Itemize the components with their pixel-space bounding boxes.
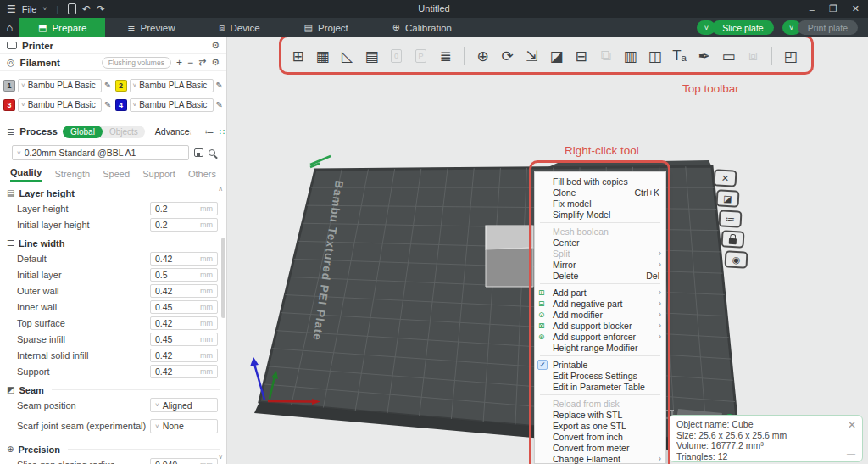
- setting-input[interactable]: 0.42mm: [150, 316, 218, 330]
- filament-edit-icon[interactable]: ✎: [104, 100, 111, 109]
- section-seam[interactable]: ◩Seam: [0, 383, 226, 397]
- setting-dropdown[interactable]: ˅Aligned: [150, 398, 218, 412]
- hamburger-menu-icon[interactable]: ☰: [7, 4, 16, 14]
- menu-item-fill-bed-with-copies[interactable]: Fill bed with copies: [535, 176, 665, 187]
- plate-orient-button[interactable]: ◪: [715, 189, 739, 207]
- menu-item-center[interactable]: Center: [535, 237, 665, 248]
- objects-list-icon[interactable]: ∷: [220, 127, 225, 137]
- plate-delete-button[interactable]: ✕: [713, 169, 737, 187]
- filament-color-swatch[interactable]: 1: [3, 80, 15, 92]
- toolbar-split-objects-button[interactable]: ◰: [782, 45, 799, 67]
- filament-dropdown[interactable]: ˅Bambu PLA Basic: [130, 79, 214, 92]
- setting-input[interactable]: 0.45mm: [150, 300, 218, 314]
- printer-settings-gear-icon[interactable]: ⚙: [211, 40, 220, 51]
- filament-row[interactable]: ◎ Filament Flushing volumes + − ⇄ ⚙: [0, 54, 226, 71]
- search-icon[interactable]: [209, 149, 215, 156]
- tab-project[interactable]: ▤Project: [282, 18, 370, 37]
- filament-color-swatch[interactable]: 2: [115, 80, 127, 92]
- toolbar-lay-on-face-button[interactable]: ◪: [548, 45, 565, 67]
- menu-item-mirror[interactable]: Mirror›: [535, 259, 665, 270]
- menu-item-add-part[interactable]: ⊞Add part›: [535, 287, 665, 298]
- toolbar-move-button[interactable]: ⊕: [474, 45, 492, 67]
- home-tab[interactable]: ⌂: [0, 18, 19, 37]
- redo-icon[interactable]: ↷: [97, 4, 105, 14]
- setting-input[interactable]: 0.42mm: [150, 284, 218, 298]
- filament-sync-icon[interactable]: ⇄: [198, 57, 206, 68]
- filament-color-swatch[interactable]: 4: [115, 99, 127, 111]
- menu-item-height-range-modifier[interactable]: Height range Modifier: [535, 342, 665, 353]
- flushing-volumes-button[interactable]: Flushing volumes: [102, 57, 171, 69]
- toolbar-add-plate-button[interactable]: ▦: [314, 45, 331, 67]
- filament-dropdown[interactable]: ˅Bambu PLA Basic: [18, 79, 102, 92]
- menu-item-replace-with-stl[interactable]: Replace with STL: [535, 409, 665, 420]
- menu-item-export-as-one-stl[interactable]: Export as one STL: [535, 420, 665, 431]
- setting-input[interactable]: 0.42mm: [150, 252, 218, 266]
- toolbar-measure-button[interactable]: ▭: [720, 45, 737, 67]
- process-scope-toggle[interactable]: Global Objects: [63, 126, 145, 138]
- filament-edit-icon[interactable]: ✎: [104, 81, 111, 90]
- setting-input[interactable]: 0.42mm: [150, 365, 218, 378]
- undo-icon[interactable]: ↶: [82, 4, 91, 14]
- toolbar-scale-button[interactable]: ⇲: [523, 45, 541, 67]
- setting-input[interactable]: 0.049mm: [150, 458, 218, 464]
- menu-item-clone[interactable]: CloneCtrl+K: [535, 187, 665, 198]
- info-minimize-icon[interactable]: —: [847, 449, 855, 460]
- tab-prepare[interactable]: ⬒Prepare: [19, 18, 105, 37]
- plate-settings-button[interactable]: ◉: [724, 250, 748, 268]
- menu-item-delete[interactable]: DeleteDel: [535, 270, 665, 281]
- filament-dropdown[interactable]: ˅Bambu PLA Basic: [130, 98, 214, 112]
- setting-input[interactable]: 0.5mm: [150, 268, 218, 282]
- toolbar-cut-button[interactable]: ◫: [646, 45, 664, 67]
- close-button[interactable]: ✕: [852, 3, 860, 14]
- menu-item-edit-in-parameter-table[interactable]: Edit in Parameter Table: [535, 381, 665, 392]
- menu-item-printable[interactable]: ✓Printable: [535, 359, 665, 370]
- menu-item-convert-from-inch[interactable]: Convert from inch: [535, 431, 665, 442]
- setting-input[interactable]: 0.45mm: [150, 333, 218, 346]
- scope-global[interactable]: Global: [63, 126, 103, 138]
- slice-plate-button[interactable]: Slice plate: [712, 20, 773, 35]
- scope-objects[interactable]: Objects: [103, 127, 145, 137]
- printable-checkbox-checked-icon[interactable]: ✓: [537, 360, 548, 370]
- toolbar-paint-button[interactable]: ✒: [695, 45, 713, 67]
- menu-item-add-support-enforcer[interactable]: ⊛Add support enforcer›: [535, 331, 665, 342]
- new-document-icon[interactable]: [68, 3, 76, 14]
- tab-device[interactable]: ⧈Device: [197, 18, 281, 37]
- param-tab-strength[interactable]: Strength: [54, 169, 90, 182]
- toolbar-text-button[interactable]: Tₐ: [670, 45, 688, 67]
- print-plate-button[interactable]: Print plate: [798, 20, 858, 35]
- add-filament-button[interactable]: +: [176, 57, 182, 69]
- filament-color-swatch[interactable]: 3: [3, 99, 15, 111]
- plate-arrange-button[interactable]: ≔: [718, 210, 742, 227]
- toolbar-layers-button[interactable]: ≣: [437, 45, 454, 67]
- param-tab-support[interactable]: Support: [142, 169, 175, 182]
- parameter-table-icon[interactable]: ≔: [205, 126, 214, 137]
- filament-settings-gear-icon[interactable]: ⚙: [211, 57, 220, 68]
- menu-item-fix-model[interactable]: Fix model: [535, 198, 665, 209]
- toolbar-variable-layer-height-button[interactable]: ▥: [621, 45, 639, 67]
- menu-item-convert-from-meter[interactable]: Convert from meter: [535, 442, 665, 453]
- menu-item-change-filament[interactable]: Change Filament›: [535, 453, 665, 464]
- menu-item-add-support-blocker[interactable]: ⊠Add support blocker›: [535, 320, 665, 331]
- scroll-up-arrow[interactable]: ∧: [218, 185, 223, 193]
- filament-edit-icon[interactable]: ✎: [216, 100, 223, 109]
- section-line-width[interactable]: ☰Line width: [0, 236, 226, 250]
- setting-input[interactable]: 0.2mm: [150, 202, 218, 215]
- toolbar-rotate-button[interactable]: ⟳: [498, 45, 516, 67]
- save-preset-icon[interactable]: [194, 148, 203, 157]
- section-layer-height[interactable]: ▤Layer height: [0, 186, 226, 200]
- menu-item-add-modifier[interactable]: ⊙Add modifier›: [535, 309, 665, 320]
- filament-dropdown[interactable]: ˅Bambu PLA Basic: [18, 98, 102, 112]
- plate-lock-button[interactable]: [721, 230, 744, 248]
- setting-input[interactable]: 0.42mm: [150, 349, 218, 362]
- file-menu-chevron-icon[interactable]: ˅: [43, 6, 47, 13]
- menu-item-edit-process-settings[interactable]: Edit Process Settings: [535, 370, 665, 381]
- setting-dropdown[interactable]: ˅None: [150, 419, 218, 433]
- menu-item-add-negative-part[interactable]: ⊟Add negative part›: [535, 298, 665, 309]
- file-menu[interactable]: File: [22, 4, 37, 14]
- menu-item-simplify-model[interactable]: Simplify Model: [535, 209, 665, 220]
- remove-filament-button[interactable]: −: [187, 57, 193, 69]
- tab-preview[interactable]: ≣Preview: [105, 18, 197, 37]
- param-tab-quality[interactable]: Quality: [10, 167, 42, 182]
- tab-calibration[interactable]: ⊕Calibration: [370, 18, 474, 37]
- setting-input[interactable]: 0.2mm: [150, 218, 218, 232]
